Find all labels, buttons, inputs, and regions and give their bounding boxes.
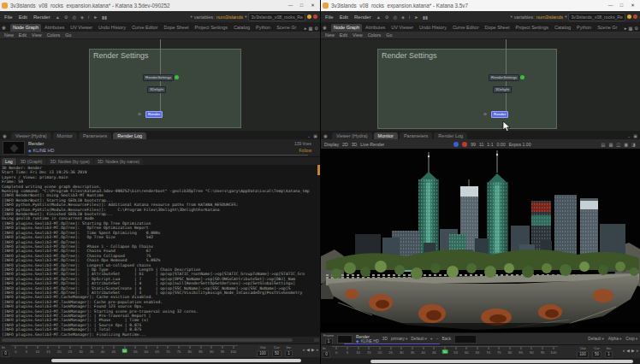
transport-button-1[interactable]: ◀ <box>306 348 310 352</box>
collapse-icon[interactable]: ⌄ <box>307 133 311 138</box>
timeline-in-value[interactable]: 0 <box>2 350 9 357</box>
stop-indicator-icon[interactable] <box>633 15 637 19</box>
timeline-inc-value[interactable]: 1 <box>285 350 293 357</box>
scrollbar-thumb[interactable] <box>51 359 301 362</box>
main-tab-6[interactable]: Project Settings <box>193 24 231 32</box>
titlebar-left[interactable]: 3v3islands_v08_rocks_expansion.katana* -… <box>0 0 320 11</box>
nodegraph-menu-3[interactable]: Colors <box>368 32 382 38</box>
zoom-in-icon[interactable]: + <box>430 337 433 341</box>
render-log-subtab-3[interactable]: 3D: Nodes (by name) <box>94 158 143 165</box>
pane-tab-3[interactable]: Render Log <box>434 132 467 139</box>
node-3delight[interactable]: 3Delight <box>147 86 166 93</box>
transport-button-0[interactable]: « <box>623 349 625 353</box>
transport-button-3[interactable]: » <box>316 348 318 352</box>
gear-icon[interactable]: ⚙ <box>314 26 318 31</box>
timeline-out-value[interactable]: 100 <box>577 351 589 358</box>
render-log-subtab-0[interactable]: Log <box>2 158 16 165</box>
filename-field[interactable]: 3v3islands_v08_rocks_Re <box>568 13 625 21</box>
menu-edit[interactable]: Edit <box>338 15 350 20</box>
main-tab-9[interactable]: Scene Gr <box>595 24 619 32</box>
collapse-icon[interactable]: ⌄ <box>627 133 631 138</box>
menu-edit[interactable]: Edit <box>17 15 29 20</box>
inspect-icon[interactable]: ◎ <box>393 15 399 20</box>
node-edit-icon[interactable]: ⚙ <box>483 112 487 116</box>
nodegraph-menu-1[interactable]: Edit <box>340 32 347 38</box>
info-icon[interactable]: i <box>87 15 90 20</box>
popout-icon[interactable]: ▣ <box>633 133 637 138</box>
pane-menu-icon[interactable]: ◉ <box>323 25 327 30</box>
pane-menu-icon[interactable]: ◉ <box>3 133 7 138</box>
render-log-subtab-1[interactable]: 3D (Graph) <box>17 158 46 165</box>
render-icon[interactable]: ◈ <box>80 15 85 20</box>
pane-tab-3[interactable]: Render Log <box>113 132 146 139</box>
undo-icon[interactable]: ▲ <box>55 15 61 20</box>
channel-red-icon[interactable] <box>462 142 467 147</box>
node-render-selected[interactable]: Render <box>491 111 508 118</box>
catalog-thumbnail[interactable] <box>337 335 353 343</box>
render-thumbnail[interactable] <box>3 141 25 155</box>
node-graph-canvas[interactable]: Render Settings RenderSettings 3Delight … <box>321 39 640 131</box>
info-icon[interactable]: i <box>408 15 411 20</box>
render-icon[interactable]: ◈ <box>400 15 406 20</box>
monitor-tool-icon-2[interactable]: ◫ <box>615 142 621 147</box>
main-tab-0[interactable]: Node Graph <box>10 24 41 32</box>
main-tab-5[interactable]: Dope Sheet <box>161 24 191 32</box>
nodegraph-menu-0[interactable]: New <box>325 32 335 38</box>
filename-field[interactable]: 3v3islands_v08_rocks_Re <box>248 13 305 21</box>
grid-icon[interactable]: ▦ <box>628 26 632 31</box>
crop-select[interactable]: Crop <box>625 337 634 341</box>
channel-value-a[interactable]: 99 <box>471 142 476 147</box>
monitor-tool-icon-0[interactable]: ▤ <box>600 142 606 147</box>
node-rendersettings[interactable]: RenderSettings <box>489 74 519 81</box>
transport-button-2[interactable]: ▶ <box>631 349 635 353</box>
pane-menu-icon[interactable]: ◉ <box>323 133 328 138</box>
chevron-down-icon[interactable]: ▾ <box>190 15 192 19</box>
pane-tab-2[interactable]: Parameters <box>79 132 111 139</box>
channel-blue-icon[interactable] <box>453 142 459 147</box>
alpha-select[interactable]: Alpha <box>608 337 619 341</box>
titlebar-right[interactable]: 3v3islands_v08_rocks_expansion.katana* -… <box>321 0 640 11</box>
nodegraph-menu-2[interactable]: View <box>32 32 42 38</box>
close-button[interactable]: ✕ <box>627 0 638 11</box>
style2-select[interactable]: Default <box>588 337 601 341</box>
timeline[interactable]: In 0 05101520253035404550556065707580859… <box>0 343 320 357</box>
main-tab-1[interactable]: Attributes <box>363 24 388 32</box>
undo-icon[interactable]: ▲ <box>376 15 382 20</box>
exposure-value[interactable]: 0.00 <box>497 142 506 147</box>
timeline-current-frame[interactable]: 50 <box>442 349 448 354</box>
gear-icon[interactable]: ⚙ <box>634 26 638 31</box>
back-button[interactable]: Back <box>441 337 451 341</box>
node-graph-canvas[interactable]: Render Settings RenderSettings 3Delight … <box>0 39 320 131</box>
monitor-tool-icon-4[interactable]: ◨ <box>631 142 637 147</box>
bottom-scrollbar[interactable] <box>321 358 640 364</box>
mode-3d-button[interactable]: 3D <box>352 142 358 147</box>
main-tab-8[interactable]: Python <box>574 24 594 32</box>
gamma-value[interactable]: Expos 1.00 <box>509 142 531 147</box>
scrollbar-thumb[interactable] <box>2 338 293 342</box>
maximize-button[interactable]: □ <box>616 0 627 11</box>
mode-2d-button[interactable]: 2D <box>342 142 348 147</box>
pane-tab-0[interactable]: Viewer (Hydra) <box>332 132 372 139</box>
log-follow-toggle[interactable]: Follow <box>299 148 311 153</box>
view-select[interactable]: primary <box>391 337 405 341</box>
bottom-scrollbar[interactable] <box>0 357 320 364</box>
minimize-button[interactable]: — <box>605 0 616 11</box>
node-render-selected[interactable]: Render <box>145 111 163 118</box>
menu-file[interactable]: File <box>323 15 335 20</box>
style-select[interactable]: Default <box>411 337 424 341</box>
pause-icon[interactable]: ▮▮ <box>101 15 108 20</box>
transport-button-0[interactable]: « <box>303 348 305 352</box>
node-rendersettings[interactable]: RenderSettings <box>143 74 174 81</box>
main-tab-4[interactable]: Curve Editor <box>129 24 161 32</box>
main-tab-4[interactable]: Curve Editor <box>450 24 482 32</box>
maximize-button[interactable]: □ <box>296 0 307 11</box>
timeline-ruler[interactable]: 0510152025303540455055606570758085909510… <box>332 346 558 357</box>
scrollbar-thumb[interactable] <box>370 360 633 363</box>
menu-file[interactable]: File <box>3 15 15 20</box>
render-log-output[interactable]: 3D Render: RenderStart Time: Fri Dec 13 … <box>0 165 320 337</box>
main-tab-6[interactable]: Project Settings <box>513 24 552 32</box>
timeline-inc-value[interactable]: 1 <box>605 351 613 358</box>
main-tab-2[interactable]: UV Viewer <box>68 24 95 32</box>
timeline-ruler[interactable]: 0510152025303540455055606570758085909510… <box>11 345 238 356</box>
channel-value-b[interactable]: 11 <box>479 142 483 147</box>
